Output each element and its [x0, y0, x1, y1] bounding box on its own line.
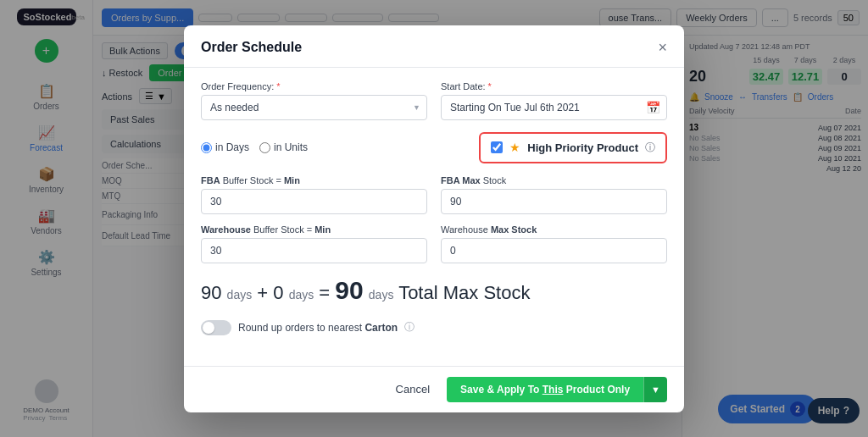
high-priority-box: ★ High Priority Product ⓘ — [479, 132, 667, 163]
modal-header: Order Schedule × — [184, 25, 684, 68]
modal-footer: Cancel Save & Apply To This Product Only… — [184, 366, 684, 412]
radio-row: in Days in Units ★ High Priority Product… — [201, 132, 667, 163]
carton-label: Carton — [364, 322, 398, 334]
start-date-input-wrapper: 📅 — [441, 95, 667, 120]
save-dropdown-button[interactable]: ▼ — [643, 377, 667, 402]
warehouse-buffer-label: Warehouse Buffer Stock = Min — [201, 224, 427, 235]
frequency-select-wrapper: As needed — [201, 95, 427, 120]
total-part1: 90 — [201, 282, 221, 303]
start-date-group: Start Date: * 📅 — [441, 81, 667, 120]
fba-stock-row: FBA Buffer Stock = Min FBA Max Stock — [201, 175, 667, 214]
calendar-icon: 📅 — [646, 101, 660, 114]
in-units-radio-label[interactable]: in Units — [259, 141, 308, 153]
modal-overlay[interactable]: Order Schedule × Order Frequency: * As n… — [0, 0, 868, 437]
in-days-radio[interactable] — [201, 142, 212, 153]
fba-buffer-group: FBA Buffer Stock = Min — [201, 175, 427, 214]
cancel-button[interactable]: Cancel — [386, 378, 440, 401]
star-icon: ★ — [509, 141, 520, 154]
high-priority-checkbox[interactable] — [491, 141, 503, 153]
modal-body: Order Frequency: * As needed Start Date:… — [184, 68, 684, 366]
modal-close-button[interactable]: × — [658, 39, 667, 57]
total-equals: = — [319, 282, 335, 303]
total-plus: + — [257, 282, 273, 303]
save-this: This — [542, 384, 564, 396]
total-part1-unit: days — [227, 288, 253, 301]
fba-max-label: FBA Max Stock — [441, 175, 667, 185]
in-units-label: in Units — [274, 141, 308, 153]
warehouse-max-label: Warehouse Max Stock — [441, 224, 667, 235]
warehouse-max-group: Warehouse Max Stock — [441, 224, 667, 263]
warehouse-buffer-input[interactable] — [201, 238, 427, 263]
total-part2: 0 — [273, 282, 283, 303]
in-days-radio-label[interactable]: in Days — [201, 141, 249, 153]
required-star-2: * — [488, 81, 492, 91]
fba-max-group: FBA Max Stock — [441, 175, 667, 214]
total-result: 90 — [335, 276, 363, 304]
order-schedule-modal: Order Schedule × Order Frequency: * As n… — [184, 25, 684, 412]
save-label: Save & Apply To — [460, 384, 539, 396]
fba-buffer-label: FBA Buffer Stock = Min — [201, 175, 427, 185]
in-units-radio[interactable] — [259, 142, 270, 153]
warehouse-buffer-group: Warehouse Buffer Stock = Min — [201, 224, 427, 263]
high-priority-info-icon[interactable]: ⓘ — [645, 141, 655, 155]
high-priority-label: High Priority Product — [527, 141, 638, 154]
toggle-knob — [203, 322, 214, 334]
fba-buffer-input[interactable] — [201, 189, 427, 214]
order-frequency-label: Order Frequency: * — [201, 81, 427, 91]
required-star: * — [276, 81, 280, 91]
fba-max-input[interactable] — [441, 189, 667, 214]
frequency-select[interactable]: As needed — [201, 95, 427, 120]
round-up-label: Round up orders to nearest Carton — [238, 322, 398, 334]
order-frequency-group: Order Frequency: * As needed — [201, 81, 427, 120]
in-days-label: in Days — [215, 141, 249, 153]
round-up-toggle[interactable] — [201, 320, 231, 335]
round-up-row: Round up orders to nearest Carton ⓘ — [201, 320, 667, 335]
warehouse-max-input[interactable] — [441, 238, 667, 263]
save-group: Save & Apply To This Product Only ▼ — [447, 377, 667, 402]
total-part2-unit: days — [289, 288, 314, 301]
start-date-input[interactable] — [441, 95, 667, 120]
save-apply-button[interactable]: Save & Apply To This Product Only — [447, 377, 643, 402]
modal-title: Order Schedule — [201, 40, 302, 55]
form-row-1: Order Frequency: * As needed Start Date:… — [201, 81, 667, 120]
save-product: Product Only — [566, 384, 630, 396]
round-up-info-icon[interactable]: ⓘ — [404, 320, 415, 335]
total-result-unit: days — [369, 288, 394, 301]
warehouse-stock-row: Warehouse Buffer Stock = Min Warehouse M… — [201, 224, 667, 263]
start-date-label: Start Date: * — [441, 81, 667, 91]
total-max-display: 90 days + 0 days = 90 days Total Max Sto… — [201, 274, 667, 307]
total-label: Total Max Stock — [398, 282, 530, 303]
